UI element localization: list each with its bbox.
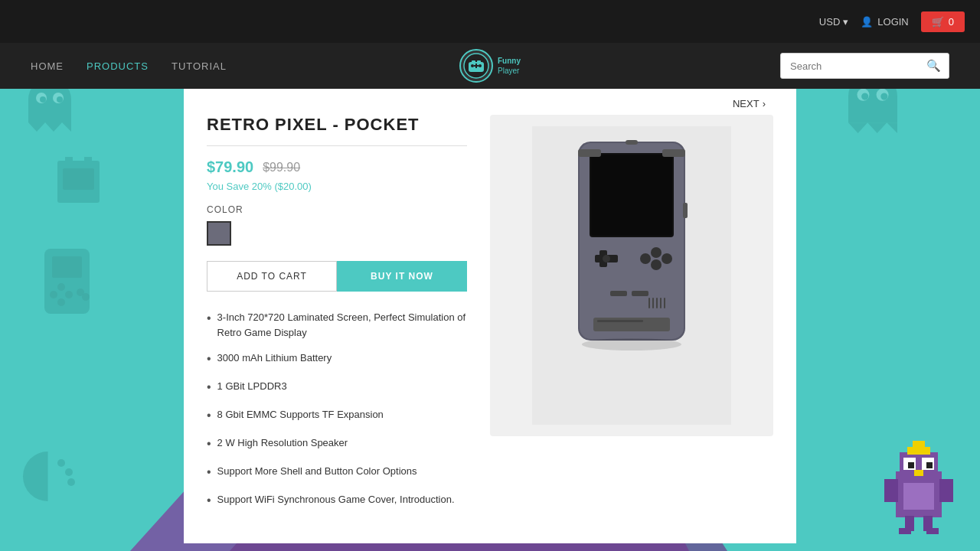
- svg-rect-73: [884, 479, 898, 502]
- svg-rect-55: [648, 298, 650, 308]
- currency-label: USD: [819, 16, 840, 28]
- login-label: LOGIN: [877, 16, 908, 28]
- svg-point-48: [662, 253, 672, 264]
- nav-links: HOME PRODUCTS TUTORIAL: [31, 60, 227, 72]
- svg-rect-53: [610, 291, 627, 296]
- login-button[interactable]: 👤 LOGIN: [861, 16, 908, 28]
- svg-rect-79: [903, 483, 934, 510]
- svg-rect-34: [477, 60, 481, 64]
- svg-rect-17: [52, 256, 82, 278]
- search-button[interactable]: 🔍: [919, 54, 949, 78]
- next-area: NEXT ›: [184, 89, 796, 99]
- nav-home[interactable]: HOME: [31, 60, 64, 72]
- svg-point-49: [651, 259, 662, 270]
- logo-circle: [459, 49, 493, 83]
- main-nav: HOME PRODUCTS TUTORIAL Funny Player 🔍: [0, 43, 980, 89]
- svg-rect-57: [656, 298, 658, 308]
- price-save: You Save 20% ($20.00): [207, 181, 467, 192]
- color-swatch-gray[interactable]: [207, 221, 231, 246]
- currency-selector[interactable]: USD ▾: [819, 16, 848, 28]
- add-to-cart-button[interactable]: ADD TO CART: [207, 261, 337, 292]
- price-current: $79.90: [207, 158, 253, 176]
- nav-tutorial[interactable]: TUTORIAL: [172, 60, 227, 72]
- svg-rect-52: [662, 149, 685, 157]
- cart-count: 0: [949, 16, 954, 28]
- svg-point-20: [57, 298, 65, 306]
- logo-icon: [462, 52, 490, 80]
- svg-rect-78: [926, 528, 939, 534]
- nav-products[interactable]: PRODUCTS: [87, 60, 149, 72]
- svg-point-23: [82, 293, 90, 301]
- product-image: [532, 126, 731, 425]
- svg-rect-80: [914, 470, 923, 476]
- svg-marker-11: [848, 122, 897, 133]
- product-layout: RETRO PIXEL - POCKET $79.90 $99.90 You S…: [184, 107, 796, 543]
- feature-item-3: 1 GBit LPDDR3: [207, 379, 467, 396]
- cart-button[interactable]: 🛒 0: [921, 11, 965, 32]
- feature-item-7: Support WiFi Synchronous Game Cover, Int…: [207, 492, 467, 510]
- svg-rect-77: [899, 528, 911, 534]
- svg-point-14: [861, 93, 868, 100]
- svg-rect-16: [44, 249, 90, 314]
- svg-rect-56: [652, 298, 654, 308]
- chevron-right-icon: ›: [763, 98, 766, 109]
- pixel-bird-svg: [880, 425, 957, 548]
- svg-point-7: [40, 96, 46, 103]
- cart-icon: 🛒: [932, 16, 944, 28]
- svg-point-5: [36, 93, 47, 103]
- svg-rect-70: [926, 462, 933, 468]
- product-image-area: [490, 115, 773, 520]
- price-row: $79.90 $99.90: [207, 158, 467, 176]
- svg-rect-10: [848, 96, 897, 122]
- svg-point-47: [651, 247, 662, 258]
- feature-item-6: Support More Shell and Button Color Opti…: [207, 464, 467, 481]
- button-row: ADD TO CART BUY IT NOW: [207, 261, 467, 292]
- svg-point-19: [57, 283, 65, 291]
- svg-point-13: [877, 89, 889, 101]
- svg-rect-69: [908, 462, 914, 468]
- color-label: COLOR: [207, 204, 467, 215]
- svg-rect-43: [591, 155, 672, 236]
- search-box: 🔍: [780, 53, 949, 79]
- feature-item-1: 3-Inch 720*720 Laminated Screen, Perfect…: [207, 310, 467, 340]
- top-bar: USD ▾ 👤 LOGIN 🛒 0: [0, 0, 980, 43]
- currency-chevron-icon: ▾: [843, 16, 848, 28]
- svg-rect-26: [84, 157, 92, 165]
- svg-rect-38: [474, 65, 479, 67]
- content-area: NEXT › RETRO PIXEL - POCKET $79.90 $99.9…: [184, 89, 796, 543]
- logo-text: Funny Player: [498, 56, 521, 76]
- svg-rect-33: [472, 60, 475, 64]
- svg-point-15: [880, 93, 887, 100]
- cartridge-icon: [54, 153, 103, 210]
- svg-point-8: [57, 96, 63, 103]
- buy-now-button[interactable]: BUY IT NOW: [337, 261, 467, 292]
- pixel-bird-decoration: [880, 425, 957, 551]
- gameboy-icon-left: [38, 245, 96, 329]
- logo: Funny Player: [459, 49, 521, 83]
- person-icon: 👤: [861, 16, 873, 28]
- svg-rect-54: [632, 291, 648, 296]
- svg-point-21: [65, 291, 73, 298]
- svg-rect-51: [578, 149, 601, 157]
- svg-point-29: [65, 468, 73, 476]
- svg-rect-62: [626, 140, 638, 145]
- next-label: NEXT: [733, 98, 760, 109]
- svg-point-35: [471, 64, 474, 67]
- svg-point-46: [603, 255, 610, 262]
- svg-rect-3: [28, 99, 71, 122]
- svg-rect-72: [913, 441, 925, 448]
- svg-rect-25: [65, 157, 73, 165]
- svg-marker-4: [28, 122, 71, 132]
- product-title: RETRO PIXEL - POCKET: [207, 115, 467, 146]
- search-input[interactable]: [781, 55, 919, 77]
- next-button[interactable]: NEXT ›: [733, 98, 766, 109]
- svg-rect-63: [683, 203, 688, 218]
- svg-rect-59: [664, 298, 665, 308]
- svg-point-22: [77, 289, 84, 296]
- product-details: RETRO PIXEL - POCKET $79.90 $99.90 You S…: [207, 115, 467, 520]
- svg-point-18: [50, 291, 57, 298]
- svg-point-12: [857, 89, 869, 101]
- feature-item-5: 2 W High Resolution Speaker: [207, 435, 467, 453]
- product-image-container: [490, 115, 773, 436]
- feature-item-4: 8 Gbit EMMC Supports TF Expansion: [207, 407, 467, 425]
